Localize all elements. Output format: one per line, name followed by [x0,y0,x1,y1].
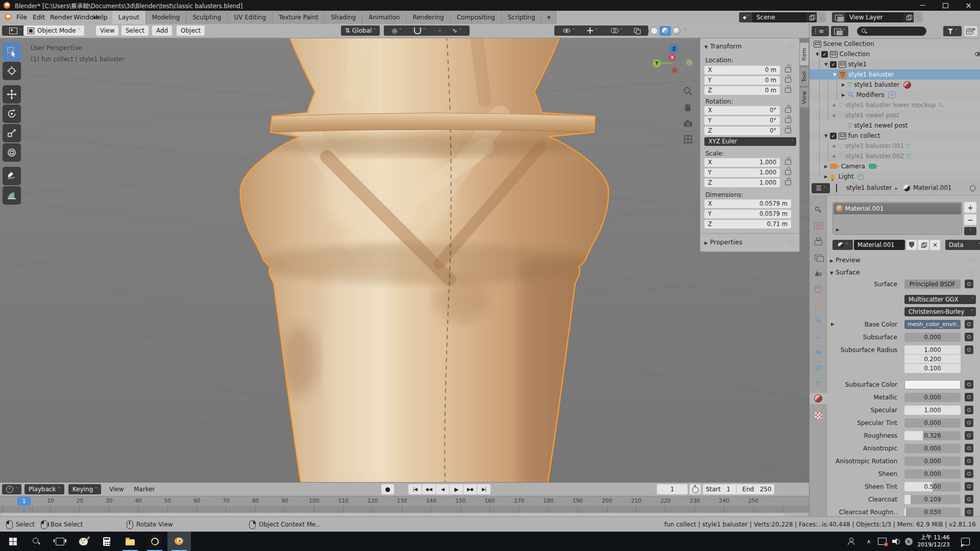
subsurface-decorator[interactable] [965,333,973,341]
base-color-input[interactable]: mesh_color_envir.. [904,320,961,329]
anisotropic-slider[interactable]: 0.000 [904,444,961,453]
slot-drag-dots[interactable]: :::: [892,227,900,232]
subsurface-color-decorator[interactable] [965,380,973,389]
tab-sculpting[interactable]: Sculpting [186,11,228,24]
camera-view-button[interactable] [683,118,693,130]
sheen-tint-slider[interactable]: 0.500 [904,482,961,491]
clearcoat-roughness-slider[interactable]: 0.030 [904,508,961,517]
tab-particles-icon[interactable]: ∴ [813,331,824,342]
tab-constraints-icon[interactable] [813,362,824,373]
lock-location-y-icon[interactable] [785,77,791,84]
taskbar-blender-icon[interactable] [167,532,191,551]
outliner-row-collection[interactable]: ▼ Collection [810,49,980,59]
tab-material-icon[interactable] [810,393,827,404]
add-workspace-button[interactable]: + [542,11,556,24]
lock-rotation-x-icon[interactable] [785,107,791,114]
outliner-row-scene-collection[interactable]: Scene Collection [810,39,980,49]
tab-object-data-icon[interactable]: ▽ [813,378,824,389]
specular-tint-slider[interactable]: 0.000 [904,418,961,428]
scale-x-field[interactable]: X1.000 [704,158,780,167]
disclosure-triangle[interactable]: ▶ [842,92,847,97]
roughness-decorator[interactable] [965,431,973,440]
tab-layout[interactable]: Layout [112,11,146,24]
solid-shading-button[interactable] [650,27,658,35]
distribution-dropdown[interactable]: Multiscatter GGX˅ [904,295,976,304]
new-collection-button[interactable]: + [964,26,977,36]
data-source-dropdown[interactable]: Data˅ [945,240,980,250]
location-y-field[interactable]: Y0 m [704,76,780,85]
tab-shading[interactable]: Shading [325,11,362,24]
scene-name-field[interactable]: Scene [752,12,806,22]
menu-help[interactable]: Help [90,11,111,24]
end-frame-field[interactable]: 250 [760,486,771,493]
dimensions-z-field[interactable]: Z0.71 m [704,220,791,229]
outliner-display-mode-button[interactable]: ˅ [831,26,848,36]
tab-tool-icon[interactable] [813,204,824,215]
sidebar-tab-view[interactable]: View [800,87,809,108]
location-z-field[interactable]: Z0 m [704,86,780,95]
tab-physics-icon[interactable] [813,346,824,358]
timeline-channels[interactable] [0,506,809,513]
transform-panel-header[interactable]: ▼Transform [704,42,742,50]
specular-decorator[interactable] [965,406,973,414]
taskbar-file-explorer-icon[interactable] [118,532,142,551]
subsurface-radius-decorator[interactable] [965,345,973,354]
outliner-search-input[interactable] [857,27,926,36]
breadcrumb-object[interactable]: style1 baluster [846,184,892,191]
sheen-slider[interactable]: 0.000 [904,469,961,479]
surface-panel-header[interactable]: ▼Surface [830,268,860,276]
fake-user-button[interactable] [906,240,917,250]
collection-checkbox[interactable] [830,133,837,139]
disclosure-triangle[interactable]: ▼ [824,133,830,138]
disclosure-triangle[interactable]: ▶ [842,82,847,87]
sidebar-tab-tool[interactable]: Tool [800,67,809,86]
outliner-row-baluster-002[interactable]: ▶ ▽ style1 baluster.002 ▽ ⌄ [810,151,980,161]
lock-scale-x-icon[interactable] [785,159,791,166]
disclosure-triangle[interactable]: ▶ [824,164,830,169]
hidden-icons-chevron[interactable]: ∧ [863,532,875,551]
tab-uv-editing[interactable]: UV Editing [228,11,273,24]
remove-material-slot-button[interactable]: − [964,214,976,225]
current-frame-field[interactable]: 1 [657,484,688,494]
clearcoat-slider[interactable]: 0.109 [904,495,961,504]
toggle-orthographic-button[interactable] [683,134,693,146]
keying-menu[interactable]: Keying˅ [68,484,101,494]
outliner-row-style1-baluster-mesh[interactable]: ▶ ▽ style1 baluster [810,80,980,90]
network-tray-icon[interactable]: × [875,532,889,551]
material-slot-row[interactable]: Material.001 [834,203,961,214]
slot-expand-icon[interactable]: ▶ [836,227,842,232]
view-layer-copy-button[interactable] [903,12,914,22]
outliner-row-newel-post-mesh[interactable]: ▽ style1 newel post [810,120,980,131]
subsurface-method-dropdown[interactable]: Christensen-Burley˅ [904,307,976,316]
tab-scripting[interactable]: Scripting [502,11,542,24]
location-x-field[interactable]: X0 m [704,66,780,74]
transform-orientation-dropdown[interactable]: ⇅ Global˅ [341,26,380,36]
material-shading-button[interactable] [659,26,671,36]
outliner-row-baluster-lower-mockup[interactable]: ▶ ▽ style1 baluster lower mockup ⌄ [810,100,980,110]
outliner-row-style1[interactable]: ▼ style1 [810,59,980,69]
properties-panel-header[interactable]: ▶Properties [704,238,742,246]
subsurface-radius-b[interactable]: 0.100 [904,364,961,373]
transform-tool[interactable] [3,143,21,162]
unlink-material-button[interactable]: × [930,240,940,250]
scene-copy-button[interactable] [806,12,817,22]
disclosure-triangle[interactable]: ▼ [833,72,839,77]
timeline-view-menu[interactable]: View [109,484,124,494]
volume-tray-icon[interactable] [889,532,902,551]
tab-texture-paint[interactable]: Texture Paint [273,11,325,24]
wireframe-shading-button[interactable] [642,28,649,34]
menu-edit[interactable]: Edit [30,11,48,24]
z-axis-ball[interactable]: Z [670,44,678,53]
base-color-decorator[interactable] [965,320,973,329]
view-layer-icon[interactable] [832,12,845,22]
subsurface-radius-g[interactable]: 0.200 [904,355,961,364]
collection-checkbox[interactable] [821,51,828,58]
surface-shader-button[interactable]: Principled BSDF [904,280,961,289]
tab-view-layer-icon[interactable] [813,252,824,263]
action-center-button[interactable] [958,532,973,551]
add-menu[interactable]: Add [152,26,172,36]
metallic-slider[interactable]: 0.000 [904,393,961,402]
taskbar-clock[interactable]: 上午 11:46 2019/12/23 [916,532,951,551]
tab-render-icon[interactable] [813,220,824,231]
rotation-z-field[interactable]: Z0° [704,127,780,135]
